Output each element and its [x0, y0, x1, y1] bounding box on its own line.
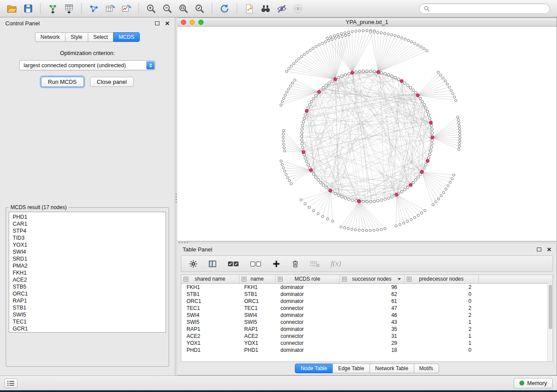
table-row[interactable]: ORC1ORC1dominator610: [181, 298, 553, 305]
table-cell[interactable]: 29: [339, 340, 404, 347]
table-cell[interactable]: YOX1: [181, 340, 239, 347]
table-row[interactable]: PHD1PHD1dominator180: [181, 347, 553, 354]
mcds-result-item[interactable]: STB1: [9, 304, 166, 311]
add-row-button[interactable]: [272, 260, 280, 268]
tab-network[interactable]: Network: [35, 32, 66, 42]
zoom-fit-button[interactable]: [176, 2, 191, 15]
table-cell[interactable]: RAP1: [181, 326, 239, 333]
table-cell[interactable]: FKH1: [239, 284, 275, 291]
tab-mcds[interactable]: MCDS: [113, 32, 140, 42]
table-cell[interactable]: TEC1: [181, 305, 239, 312]
save-session-button[interactable]: [21, 2, 35, 15]
export-chart-button[interactable]: [119, 2, 134, 15]
mcds-result-item[interactable]: TID3: [9, 234, 166, 241]
mcds-result-item[interactable]: SWI4: [9, 248, 166, 255]
tab-motifs[interactable]: Motifs: [414, 364, 439, 373]
network-window-titlebar[interactable]: YPA_prune.txt_1: [177, 18, 557, 27]
import-network-from-file-button[interactable]: [45, 2, 60, 15]
table-row[interactable]: FKH1FKH1dominator962: [181, 284, 553, 291]
vertical-splitter[interactable]: [175, 17, 177, 375]
mcds-result-item[interactable]: FKH1: [9, 269, 166, 276]
delete-rows-button[interactable]: [291, 260, 299, 268]
mcds-result-item[interactable]: PHD1: [9, 213, 166, 220]
tab-network-table[interactable]: Network Table: [370, 364, 414, 373]
table-cell[interactable]: 2: [404, 326, 478, 333]
table-cell[interactable]: SWI4: [239, 312, 275, 319]
table-cell[interactable]: 2: [404, 312, 478, 319]
close-window-icon[interactable]: [181, 20, 186, 25]
table-cell[interactable]: 35: [339, 326, 404, 333]
mcds-result-item[interactable]: CAR1: [9, 220, 166, 227]
table-cell[interactable]: dominator: [275, 347, 339, 354]
mcds-result-item[interactable]: TEC1: [9, 318, 166, 325]
maximize-window-icon[interactable]: [198, 20, 204, 25]
hide-graphics-details-button[interactable]: [274, 2, 289, 15]
mcds-result-item[interactable]: STB5: [9, 283, 166, 290]
export-table-button[interactable]: [103, 2, 118, 15]
tab-node-table[interactable]: Node Table: [295, 364, 333, 373]
table-cell[interactable]: dominator: [275, 326, 339, 333]
table-row[interactable]: SWI4SWI4dominator462: [181, 312, 553, 319]
table-cell[interactable]: ACE2: [239, 333, 275, 340]
column-visibility-button[interactable]: [208, 260, 217, 268]
table-row[interactable]: TEC1TEC1connector472: [181, 305, 553, 312]
column-header-MCDS-role[interactable]: MCDS role: [275, 275, 339, 284]
mcds-result-item[interactable]: SRD1: [9, 255, 166, 262]
table-cell[interactable]: 1: [404, 340, 478, 347]
mcds-result-list[interactable]: PHD1CAR1STP4TID3YOX1SWI4SRD1PMA2FKH1ACE2…: [9, 212, 166, 333]
mcds-result-item[interactable]: YOX1: [9, 241, 166, 248]
table-cell[interactable]: 2: [404, 284, 478, 291]
splitter-handle-icon[interactable]: [179, 242, 189, 243]
horizontal-splitter[interactable]: [177, 241, 557, 244]
close-panel-button[interactable]: Close panel: [90, 77, 134, 87]
table-cell[interactable]: PHD1: [239, 347, 275, 354]
mcds-result-item[interactable]: ORC1: [9, 290, 166, 297]
tab-edge-table[interactable]: Edge Table: [332, 364, 370, 373]
float-panel-icon[interactable]: [155, 21, 159, 25]
tab-select[interactable]: Select: [88, 32, 114, 42]
table-cell[interactable]: connector: [275, 305, 339, 312]
sort-caret-icon[interactable]: [398, 278, 401, 280]
table-cell[interactable]: dominator: [275, 284, 339, 291]
table-cell[interactable]: 46: [339, 312, 404, 319]
close-panel-icon[interactable]: ×: [547, 246, 551, 253]
table-row[interactable]: ACE2ACE2connector311: [181, 333, 553, 340]
network-graph[interactable]: [177, 27, 557, 241]
mcds-result-item[interactable]: PMA2: [9, 262, 166, 269]
table-settings-button[interactable]: [189, 260, 197, 268]
open-file-button[interactable]: [4, 2, 19, 15]
table-cell[interactable]: STB1: [181, 291, 239, 298]
table-cell[interactable]: 47: [339, 305, 404, 312]
table-cell[interactable]: 96: [339, 284, 404, 291]
float-panel-icon[interactable]: [537, 248, 541, 251]
table-cell[interactable]: SWI5: [239, 319, 275, 326]
mcds-result-item[interactable]: ACE2: [9, 276, 166, 283]
criterion-dropdown[interactable]: largest connected component (undirected): [19, 60, 156, 70]
splitter-handle-icon[interactable]: [176, 194, 177, 204]
mcds-result-item[interactable]: SWI5: [9, 311, 166, 318]
close-panel-icon[interactable]: ×: [165, 20, 170, 27]
memory-button[interactable]: Memory: [514, 378, 553, 389]
column-header-shared-name[interactable]: shared name: [181, 275, 239, 284]
table-cell[interactable]: 61: [339, 298, 404, 305]
zoom-out-button[interactable]: [160, 2, 175, 15]
refresh-button[interactable]: [217, 2, 232, 15]
search-field[interactable]: [419, 3, 550, 14]
table-cell[interactable]: connector: [275, 340, 339, 347]
network-canvas[interactable]: [177, 27, 557, 241]
table-row[interactable]: YOX1YOX1connector291: [181, 340, 553, 347]
table-cell[interactable]: 1: [404, 333, 478, 340]
table-cell[interactable]: 0: [404, 347, 478, 354]
tab-style[interactable]: Style: [65, 32, 88, 42]
table-cell[interactable]: connector: [275, 333, 339, 340]
table-cell[interactable]: ORC1: [181, 298, 239, 305]
scrollbar-thumb[interactable]: [549, 285, 552, 329]
column-header-name[interactable]: name: [239, 275, 275, 284]
table-cell[interactable]: YOX1: [239, 340, 275, 347]
import-table-from-file-button[interactable]: [62, 2, 76, 15]
table-cell[interactable]: 2: [404, 305, 478, 312]
column-header-successor-nodes[interactable]: successor nodes: [339, 275, 404, 284]
task-history-button[interactable]: [4, 378, 17, 388]
table-cell[interactable]: PHD1: [181, 347, 239, 354]
table-cell[interactable]: FKH1: [181, 284, 239, 291]
